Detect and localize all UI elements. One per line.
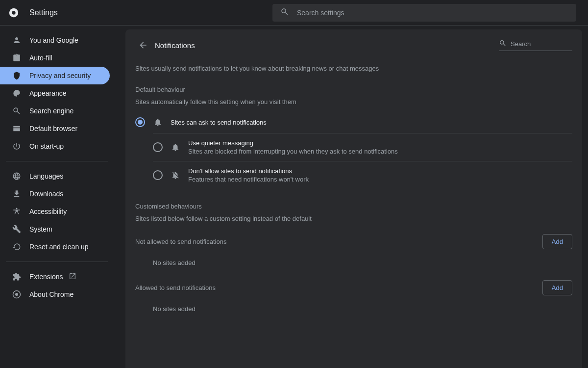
sidebar-item-auto-fill[interactable]: Auto-fill — [0, 49, 110, 67]
radio-text: Sites can ask to send notifications — [171, 119, 267, 126]
restore-icon — [12, 242, 22, 252]
svg-point-3 — [12, 11, 15, 14]
customised-behaviours-title: Customised behaviours — [135, 203, 572, 210]
customised-behaviours-subtitle: Sites listed below follow a custom setti… — [135, 215, 572, 222]
puzzle-icon — [12, 272, 22, 282]
sidebar-item-label: Accessibility — [29, 208, 67, 215]
default-behaviour-subtitle: Sites automatically follow this setting … — [135, 98, 572, 105]
sidebar-item-accessibility[interactable]: Accessibility — [0, 203, 110, 220]
sidebar-item-label: Privacy and security — [29, 72, 91, 79]
bell-off-icon — [171, 171, 180, 180]
back-button[interactable] — [135, 37, 151, 53]
search-icon — [280, 7, 289, 18]
sidebar-item-appearance[interactable]: Appearance — [0, 84, 110, 102]
globe-icon — [12, 171, 22, 181]
sidebar-item-label: Appearance — [29, 89, 67, 97]
sidebar-item-label: About Chrome — [29, 290, 74, 298]
radio-button[interactable] — [135, 117, 145, 127]
sidebar-item-label: Languages — [29, 172, 63, 180]
sidebar-separator — [6, 161, 108, 161]
clipboard-icon — [12, 53, 22, 63]
sidebar-item-label: Default browser — [29, 125, 77, 132]
radio-sublabel: Sites are blocked from interrupting you … — [188, 148, 398, 155]
page-search-input[interactable] — [511, 40, 572, 48]
site-list-label: Not allowed to send notifications — [135, 238, 226, 245]
sidebar-item-search-engine[interactable]: Search engine — [0, 102, 110, 120]
radio-text: Don't allow sites to send notifications … — [188, 167, 309, 183]
search-icon — [499, 39, 507, 49]
radio-option-1[interactable]: Use quieter messaging Sites are blocked … — [153, 133, 572, 161]
default-behaviour-options: Sites can ask to send notifications Use … — [135, 111, 572, 189]
sidebar-item-label: Reset and clean up — [29, 243, 89, 251]
chrome-icon — [12, 289, 22, 299]
radio-label: Use quieter messaging — [188, 139, 398, 147]
sidebar-item-downloads[interactable]: Downloads — [0, 185, 110, 203]
sidebar-item-on-start-up[interactable]: On start-up — [0, 137, 110, 155]
site-list-header-1: Allowed to send notifications Add — [135, 280, 572, 295]
wrench-icon — [12, 224, 22, 234]
external-link-icon — [69, 272, 76, 282]
sidebar-separator — [6, 262, 108, 262]
radio-label: Don't allow sites to send notifications — [188, 167, 309, 175]
sidebar-item-system[interactable]: System — [0, 220, 110, 238]
shield-icon — [12, 71, 22, 80]
radio-label: Sites can ask to send notifications — [171, 119, 267, 126]
palette-icon — [12, 88, 22, 98]
sidebar-item-about-chrome[interactable]: About Chrome — [0, 286, 110, 303]
radio-option-0[interactable]: Sites can ask to send notifications — [135, 111, 572, 133]
accessibility-icon — [12, 207, 22, 216]
sidebar-item-you-and-google[interactable]: You and Google — [0, 31, 110, 49]
sidebar-item-privacy-and-security[interactable]: Privacy and security — [0, 67, 110, 84]
header-search[interactable] — [272, 4, 576, 22]
sidebar-item-reset-and-clean-up[interactable]: Reset and clean up — [0, 238, 110, 256]
bell-icon — [171, 143, 180, 152]
sidebar: You and GoogleAuto-fillPrivacy and secur… — [0, 26, 125, 368]
radio-button[interactable] — [153, 142, 163, 152]
sidebar-item-label: On start-up — [29, 142, 64, 150]
default-behaviour-title: Default behaviour — [135, 86, 572, 93]
page-search[interactable] — [499, 39, 572, 51]
main-panel: Notifications Sites usually send notific… — [125, 29, 582, 368]
site-list-label: Allowed to send notifications — [135, 284, 216, 291]
add-site-button[interactable]: Add — [542, 234, 572, 249]
sidebar-item-label: Downloads — [29, 190, 63, 198]
chrome-logo-icon — [8, 7, 20, 19]
download-icon — [12, 189, 22, 199]
app-header: Settings — [0, 0, 588, 26]
site-list-header-0: Not allowed to send notifications Add — [135, 234, 572, 249]
header-search-input[interactable] — [297, 9, 568, 17]
browser-icon — [12, 124, 22, 133]
sidebar-item-label: Auto-fill — [29, 54, 52, 62]
radio-sublabel: Features that need notifications won't w… — [188, 176, 309, 183]
page-description: Sites usually send notifications to let … — [135, 65, 572, 72]
add-site-button[interactable]: Add — [542, 280, 572, 295]
sidebar-item-languages[interactable]: Languages — [0, 167, 110, 185]
main-header: Notifications — [135, 37, 572, 53]
site-list-empty: No sites added — [135, 253, 572, 280]
sidebar-item-default-browser[interactable]: Default browser — [0, 120, 110, 137]
sidebar-item-extensions[interactable]: Extensions — [0, 268, 110, 286]
sidebar-item-label: You and Google — [29, 36, 78, 44]
search-icon — [12, 106, 22, 116]
sidebar-item-label: Search engine — [29, 107, 74, 115]
power-icon — [12, 141, 22, 151]
sidebar-item-label: Extensions — [29, 273, 63, 281]
person-icon — [12, 35, 22, 45]
sidebar-item-label: System — [29, 225, 52, 233]
bell-icon — [153, 118, 163, 127]
app-title: Settings — [29, 8, 58, 17]
page-title: Notifications — [155, 41, 195, 50]
radio-option-2[interactable]: Don't allow sites to send notifications … — [153, 161, 572, 189]
site-list-empty: No sites added — [135, 299, 572, 326]
radio-button[interactable] — [153, 170, 163, 180]
radio-text: Use quieter messaging Sites are blocked … — [188, 139, 398, 155]
